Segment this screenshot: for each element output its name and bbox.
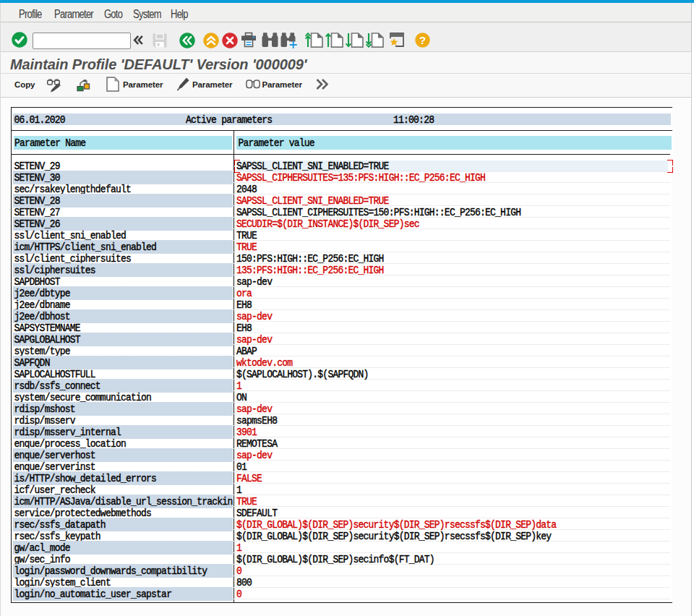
svg-text:?: ? (419, 34, 425, 46)
